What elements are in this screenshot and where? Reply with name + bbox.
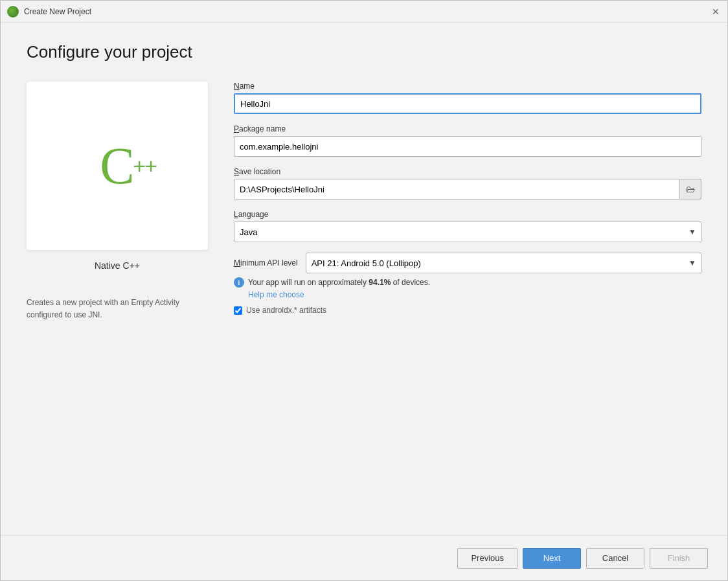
api-info-row: i Your app will run on approximately 94.… <box>234 277 701 288</box>
page-title: Configure your project <box>27 42 701 62</box>
package-input[interactable] <box>234 136 701 157</box>
language-select[interactable]: Java Kotlin <box>234 222 701 242</box>
name-input[interactable] <box>234 93 701 114</box>
package-label-p: P <box>234 124 239 133</box>
language-label: Language <box>234 210 701 219</box>
template-card: C ++ <box>27 82 208 250</box>
language-select-wrapper: Java Kotlin ▼ <box>234 222 701 242</box>
info-percent: 94.1% <box>369 278 391 287</box>
title-bar: Create New Project ✕ <box>1 1 727 23</box>
content-area: Configure your project C ++ Native C++ C… <box>1 23 727 535</box>
next-button[interactable]: Next <box>523 548 581 569</box>
name-label: NNameame <box>234 82 701 91</box>
close-button[interactable]: ✕ <box>711 6 721 17</box>
min-api-select[interactable]: API 21: Android 5.0 (Lollipop) API 22: A… <box>306 253 701 273</box>
package-label: Package name <box>234 124 701 133</box>
min-api-group: Minimum API level API 21: Android 5.0 (L… <box>234 253 701 315</box>
package-group: Package name <box>234 124 701 157</box>
androidx-label: Use androidx.* artifacts <box>246 306 326 315</box>
min-api-label-m: M <box>234 258 240 268</box>
cpp-plus-sign: ++ <box>133 155 156 177</box>
language-label-l: L <box>234 210 238 219</box>
finish-button[interactable]: Finish <box>650 548 708 569</box>
browse-folder-button[interactable]: 🗁 <box>679 179 701 199</box>
save-label-s: S <box>234 167 239 176</box>
window-title: Create New Project <box>24 7 91 16</box>
androidx-checkbox[interactable] <box>234 306 242 315</box>
main-window: Create New Project ✕ Configure your proj… <box>0 0 728 581</box>
save-location-input-row: 🗁 <box>234 179 701 199</box>
template-description: Creates a new project with an Empty Acti… <box>27 297 208 321</box>
api-level-row: Minimum API level API 21: Android 5.0 (L… <box>234 253 701 273</box>
right-panel: NNameame Package name Save location <box>234 82 701 535</box>
save-location-group: Save location 🗁 <box>234 167 701 199</box>
min-api-label: Minimum API level <box>234 258 298 268</box>
info-icon: i <box>234 277 244 288</box>
name-group: NNameame <box>234 82 701 114</box>
api-info-text: Your app will run on approximately 94.1%… <box>248 278 430 287</box>
previous-button[interactable]: Previous <box>457 548 518 569</box>
folder-icon: 🗁 <box>686 184 695 194</box>
cpp-logo: C ++ <box>78 133 156 198</box>
help-me-choose-link[interactable]: Help me choose <box>248 290 701 299</box>
template-name: Native C++ <box>95 260 140 271</box>
name-label-text: N <box>234 82 240 91</box>
left-panel: C ++ Native C++ Creates a new project wi… <box>27 82 208 535</box>
api-select-wrapper: API 21: Android 5.0 (Lollipop) API 22: A… <box>306 253 701 273</box>
info-after: of devices. <box>391 278 430 287</box>
main-body: C ++ Native C++ Creates a new project wi… <box>27 82 701 535</box>
info-before: Your app will run on approximately <box>248 278 369 287</box>
cancel-button[interactable]: Cancel <box>586 548 644 569</box>
app-icon <box>7 6 19 17</box>
save-location-input[interactable] <box>234 179 679 199</box>
cpp-c-letter: C <box>100 140 134 192</box>
language-group: Language Java Kotlin ▼ <box>234 210 701 242</box>
save-location-label: Save location <box>234 167 701 176</box>
androidx-checkbox-row: Use androidx.* artifacts <box>234 306 701 315</box>
footer: Previous Next Cancel Finish <box>1 535 727 580</box>
title-bar-left: Create New Project <box>7 6 91 17</box>
